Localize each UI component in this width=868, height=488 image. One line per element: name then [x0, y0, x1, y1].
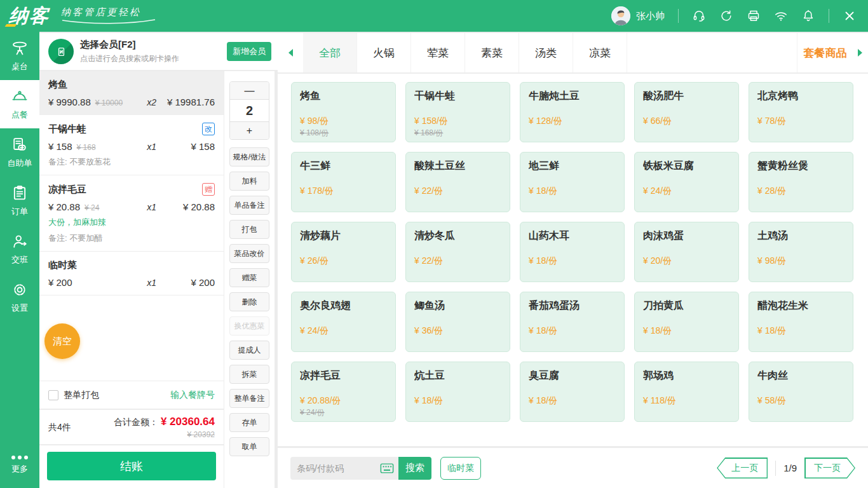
dish-card[interactable]: 臭豆腐¥ 18/份 [520, 362, 625, 422]
item-count: 共4件 [48, 422, 71, 433]
next-page-button[interactable]: 下一页 [804, 458, 855, 478]
notification-bell-icon[interactable] [801, 9, 815, 23]
order-item[interactable]: 干锅牛蛙 改 ¥ 158 ¥ 168 x1 ¥ 158 备注: 不要放葱花 [39, 115, 224, 175]
dish-price: ¥ 18/份 [757, 325, 844, 337]
delete-button[interactable]: 删除 [229, 292, 269, 311]
dish-card[interactable]: 酸汤肥牛¥ 66/份 [634, 82, 739, 142]
sidebar-item-orders[interactable]: 订单 [0, 177, 39, 225]
add-member-button[interactable]: 新增会员 [227, 42, 271, 61]
tab-combo-products[interactable]: 套餐商品 [797, 33, 853, 72]
modified-badge: 改 [202, 123, 215, 135]
sync-icon[interactable] [719, 9, 733, 23]
add-topping-button[interactable]: 加料 [229, 172, 269, 191]
table-number-link[interactable]: 输入餐牌号 [170, 390, 215, 401]
wifi-icon[interactable] [774, 9, 788, 23]
qty-plus-button[interactable]: + [230, 122, 269, 139]
checkout-button[interactable]: 结账 [47, 452, 216, 480]
dish-orig-price [529, 268, 616, 276]
sidebar-item-tables[interactable]: 桌台 [0, 32, 39, 80]
sidebar-item-more[interactable]: 更多 [0, 447, 39, 483]
order-item-name: 烤鱼 [48, 79, 67, 91]
order-item[interactable]: 临时菜 ¥ 200 x1 ¥ 200 [39, 252, 224, 295]
gift-dish-button[interactable]: 赠菜 [229, 268, 269, 287]
user-menu[interactable]: 张小帅 [611, 6, 665, 25]
dish-card[interactable]: 烤鱼¥ 98/份¥ 108/份 [291, 82, 396, 142]
sidebar-item-selfservice[interactable]: 自助单 [0, 128, 39, 177]
dish-name: 山药木耳 [529, 229, 616, 243]
dish-price: ¥ 98/份 [757, 255, 844, 267]
dish-card[interactable]: 蟹黄粉丝煲¥ 28/份 [749, 152, 853, 212]
printer-icon[interactable] [747, 9, 761, 23]
order-remark-button[interactable]: 整单备注 [229, 389, 269, 408]
qty-minus-button[interactable]: — [230, 82, 269, 99]
logo-slogan: 纳客管店更轻松 [61, 6, 156, 24]
dish-card[interactable]: 奥尔良鸡翅¥ 24/份 [291, 292, 396, 352]
tab-soup[interactable]: 汤类 [519, 33, 573, 72]
search-button[interactable]: 搜索 [398, 457, 431, 480]
tab-vegetable[interactable]: 素菜 [465, 33, 519, 72]
dish-name: 地三鲜 [529, 159, 616, 173]
hold-order-button[interactable]: 存单 [229, 413, 269, 432]
split-dish-button[interactable]: 拆菜 [229, 365, 269, 384]
item-remark-button[interactable]: 单品备注 [229, 196, 269, 215]
member-select-bar[interactable]: 选择会员[F2] 点击进行会员搜索或刷卡操作 新增会员 [39, 33, 278, 70]
dish-card[interactable]: 酸辣土豆丝¥ 22/份 [405, 152, 510, 212]
dish-card[interactable]: 牛肉丝¥ 58/份 [749, 362, 853, 422]
sidebar-item-settings[interactable]: 设置 [0, 273, 39, 322]
prev-page-button[interactable]: 上一页 [717, 458, 768, 478]
dish-card[interactable]: 牛腩炖土豆¥ 128/份 [520, 82, 625, 142]
dish-card[interactable]: 山药木耳¥ 18/份 [520, 222, 625, 282]
tab-cold[interactable]: 凉菜 [573, 33, 627, 72]
clear-order-button[interactable]: 清空 [44, 323, 80, 359]
dish-card[interactable]: 地三鲜¥ 18/份 [520, 152, 625, 212]
dish-card[interactable]: 鲫鱼汤¥ 36/份 [405, 292, 510, 352]
order-item-orig-price: ¥ 168 [77, 143, 96, 152]
retrieve-order-button[interactable]: 取单 [229, 437, 269, 456]
order-item[interactable]: 烤鱼 ¥ 9990.88 ¥ 10000 x2 ¥ 19981.76 [39, 71, 224, 115]
gear-icon [11, 281, 29, 299]
tab-all[interactable]: 全部 [303, 33, 357, 72]
order-panel: 烤鱼 ¥ 9990.88 ¥ 10000 x2 ¥ 19981.76 干锅牛蛙 … [39, 71, 224, 488]
sidebar-item-ordering[interactable]: 点餐 [0, 80, 39, 128]
order-item-orig-price: ¥ 10000 [95, 98, 123, 107]
dish-card[interactable]: 凉拌毛豆¥ 20.88/份¥ 24/份 [291, 362, 396, 422]
dish-card[interactable]: 刀拍黄瓜¥ 18/份 [634, 292, 739, 352]
dish-card[interactable]: 北京烤鸭¥ 78/份 [749, 82, 853, 142]
dish-orig-price [414, 337, 501, 346]
dish-card[interactable]: 土鸡汤¥ 98/份 [749, 222, 853, 282]
temp-dish-button[interactable]: 临时菜 [440, 457, 481, 480]
orig-total-amount: ¥ 20392 [114, 430, 215, 439]
dish-card[interactable]: 干锅牛蛙¥ 158/份¥ 168/份 [405, 82, 510, 142]
dish-card[interactable]: 肉沫鸡蛋¥ 20/份 [634, 222, 739, 282]
order-item[interactable]: 凉拌毛豆 赠 ¥ 20.88 ¥ 24 x1 ¥ 20.88 大份，加麻加辣 备… [39, 175, 224, 252]
dish-card[interactable]: 醋泡花生米¥ 18/份 [749, 292, 853, 352]
order-item-remark: 备注: 不要加醋 [48, 233, 215, 244]
close-icon[interactable] [843, 9, 857, 23]
dish-card[interactable]: 炕土豆¥ 18/份 [405, 362, 510, 422]
customer-service-icon[interactable] [692, 9, 706, 23]
quantity-stepper: — 2 + [229, 81, 269, 140]
dish-card[interactable]: 郭场鸡¥ 118/份 [634, 362, 739, 422]
dish-orig-price [757, 128, 844, 137]
pack-button[interactable]: 打包 [229, 220, 269, 239]
dish-card[interactable]: 清炒冬瓜¥ 22/份 [405, 222, 510, 282]
dish-card[interactable]: 番茄鸡蛋汤¥ 18/份 [520, 292, 625, 352]
dish-card[interactable]: 清炒藕片¥ 26/份 [291, 222, 396, 282]
tab-hotpot[interactable]: 火锅 [357, 33, 411, 72]
tab-meat[interactable]: 荤菜 [411, 33, 465, 72]
order-item-qty: x1 [147, 142, 156, 152]
pack-checkbox[interactable] [48, 390, 58, 400]
sidebar-item-shift[interactable]: 交班 [0, 225, 39, 273]
whole-order-pack-row: 整单打包 输入餐牌号 [39, 381, 224, 409]
dish-price: ¥ 178/份 [300, 186, 387, 197]
tabs-scroll-left-icon[interactable] [278, 33, 303, 72]
spec-method-button[interactable]: 规格/做法 [229, 147, 269, 166]
cloche-icon [11, 88, 29, 105]
change-price-button[interactable]: 菜品改价 [229, 244, 269, 263]
dish-card[interactable]: 牛三鲜¥ 178/份 [291, 152, 396, 212]
keyboard-icon[interactable] [380, 462, 394, 475]
commission-person-button[interactable]: 提成人 [229, 341, 269, 360]
tabs-scroll-right-icon[interactable] [853, 33, 868, 72]
dish-card[interactable]: 铁板米豆腐¥ 24/份 [634, 152, 739, 212]
dish-orig-price [757, 268, 844, 276]
